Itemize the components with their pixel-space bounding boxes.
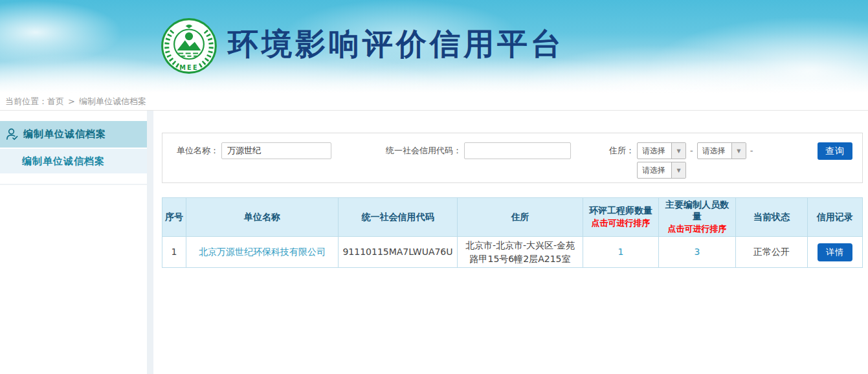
sidebar-subitem-unit-credit-archive[interactable]: 编制单位诚信档案 — [0, 149, 147, 173]
results-table: 序号 单位名称 统一社会信用代码 住所 环评工程师数量 点击可进行排序 主要编制… — [162, 197, 863, 268]
dash-separator: - — [690, 142, 693, 159]
credit-code-input[interactable] — [464, 142, 571, 159]
sidebar-item-label: 编制单位诚信档案 — [23, 128, 106, 140]
user-check-icon — [5, 127, 19, 141]
address-cell: 北京市-北京市-大兴区-金苑路甲15号6幢2层A215室 — [458, 237, 583, 268]
status-cell: 正常公开 — [736, 237, 808, 268]
sidebar-subitem-label: 编制单位诚信档案 — [22, 155, 105, 168]
company-name-link[interactable]: 北京万源世纪环保科技有限公司 — [199, 247, 326, 257]
breadcrumb-prefix: 当前位置： — [5, 96, 47, 106]
sort-hint: 点击可进行排序 — [662, 223, 733, 235]
sidebar: 编制单位诚信档案 编制单位诚信档案 — [0, 111, 147, 374]
detail-button[interactable]: 详情 — [818, 243, 852, 261]
dash-separator: - — [750, 142, 753, 159]
sidebar-item-unit-credit-archive[interactable]: 编制单位诚信档案 — [0, 121, 147, 148]
col-header-credit-code: 统一社会信用代码 — [339, 198, 458, 237]
breadcrumb-current: 编制单位诚信档案 — [79, 96, 146, 106]
search-form: 单位名称： 统一社会信用代码： 住所： 请选择 ▼ - 请选择 ▼ — [162, 133, 863, 183]
mee-logo-icon: MEE — [161, 16, 217, 76]
city-select[interactable]: 请选择 ▼ — [697, 142, 746, 159]
col-header-credit-record: 信用记录 — [808, 198, 863, 237]
chevron-down-icon: ▼ — [731, 143, 746, 159]
unit-name-label: 单位名称： — [177, 142, 219, 159]
page-title: 环境影响评价信用平台 — [228, 26, 564, 62]
engineer-count-link[interactable]: 1 — [618, 247, 624, 257]
sort-hint: 点击可进行排序 — [586, 217, 656, 229]
address-label: 住所： — [609, 142, 634, 159]
district-select[interactable]: 请选择 ▼ — [637, 162, 686, 179]
address-selects: 请选择 ▼ - 请选择 ▼ - 请选择 ▼ — [637, 142, 757, 179]
sidebar-divider — [0, 184, 147, 185]
col-header-engineer-count-sort[interactable]: 环评工程师数量 点击可进行排序 — [583, 198, 659, 237]
credit-code-label: 统一社会信用代码： — [386, 142, 462, 159]
staff-count-link[interactable]: 3 — [695, 247, 700, 257]
unit-name-input[interactable] — [221, 142, 331, 159]
table-header-row: 序号 单位名称 统一社会信用代码 住所 环评工程师数量 点击可进行排序 主要编制… — [162, 198, 863, 237]
col-header-index: 序号 — [162, 198, 186, 237]
vertical-divider — [147, 111, 153, 374]
svg-text:MEE: MEE — [179, 64, 198, 71]
site-header: MEE 环境影响评价信用平台 — [0, 0, 868, 93]
col-header-status: 当前状态 — [736, 198, 808, 237]
chevron-down-icon: ▼ — [671, 162, 685, 178]
chevron-down-icon: ▼ — [671, 143, 685, 159]
breadcrumb: 当前位置：首页>编制单位诚信档案 — [0, 93, 868, 111]
row-index: 1 — [162, 237, 186, 268]
content-area: 编制单位诚信档案 编制单位诚信档案 单位名称： 统一社会信用代码： 住所： 请选… — [0, 111, 868, 374]
table-row: 1 北京万源世纪环保科技有限公司 91110115MA7LWUA76U 北京市-… — [162, 237, 863, 268]
query-button[interactable]: 查询 — [818, 142, 852, 160]
main-panel: 单位名称： 统一社会信用代码： 住所： 请选择 ▼ - 请选择 ▼ — [153, 111, 868, 374]
col-header-unit-name: 单位名称 — [186, 198, 339, 237]
breadcrumb-home-link[interactable]: 首页 — [47, 96, 64, 106]
col-header-staff-count-sort[interactable]: 主要编制人员数量 点击可进行排序 — [659, 198, 736, 237]
credit-code-cell: 91110115MA7LWUA76U — [339, 237, 458, 268]
province-select[interactable]: 请选择 ▼ — [637, 142, 686, 159]
col-header-address: 住所 — [458, 198, 583, 237]
breadcrumb-separator: > — [68, 96, 75, 106]
